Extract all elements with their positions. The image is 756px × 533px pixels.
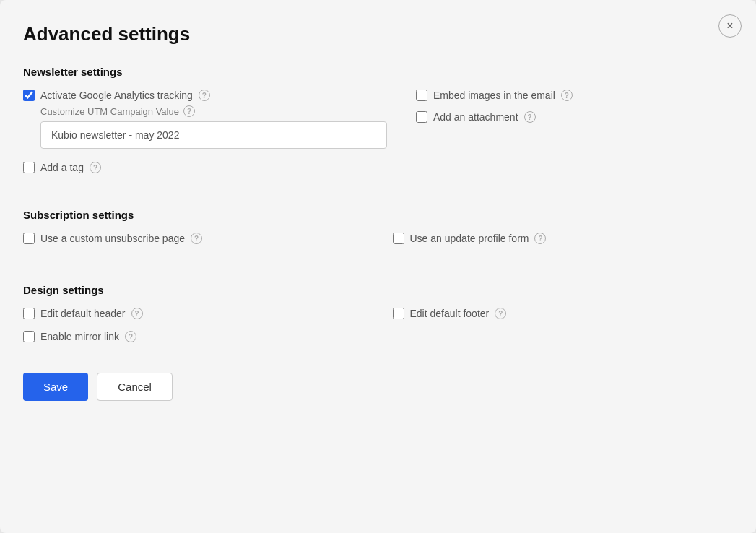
edit-footer-help-icon[interactable]: ? — [495, 308, 506, 319]
embed-images-label[interactable]: Embed images in the email ? — [433, 90, 573, 101]
modal-title: Advanced settings — [23, 23, 733, 46]
activate-ga-label[interactable]: Activate Google Analytics tracking ? — [40, 90, 210, 101]
checkbox-row-activate-ga: Activate Google Analytics tracking ? — [23, 90, 387, 101]
update-profile-label[interactable]: Use an update profile form ? — [410, 233, 547, 244]
design-two-col: Edit default header ? Enable mirror link… — [23, 308, 733, 347]
advanced-settings-modal: × Advanced settings Newsletter settings … — [0, 0, 756, 533]
custom-unsubscribe-label[interactable]: Use a custom unsubscribe page ? — [40, 233, 202, 244]
checkbox-row-custom-unsubscribe: Use a custom unsubscribe page ? — [23, 233, 364, 244]
cancel-button[interactable]: Cancel — [97, 373, 173, 401]
design-section: Design settings Edit default header ? En… — [23, 284, 733, 347]
divider-1 — [23, 194, 733, 194]
add-attachment-help-icon[interactable]: ? — [524, 111, 536, 123]
subscription-section: Subscription settings Use a custom unsub… — [23, 209, 733, 248]
utm-label: Customize UTM Campaign Value ? — [40, 105, 387, 117]
activate-ga-checkbox[interactable] — [23, 90, 35, 101]
checkbox-row-update-profile: Use an update profile form ? — [393, 233, 734, 244]
checkbox-row-add-attachment: Add an attachment ? — [416, 111, 733, 123]
checkbox-row-add-tag: Add a tag ? — [23, 162, 733, 173]
add-tag-help-icon[interactable]: ? — [90, 162, 101, 173]
newsletter-section: Newsletter settings Activate Google Anal… — [23, 66, 733, 173]
save-button[interactable]: Save — [23, 373, 88, 401]
add-tag-checkbox[interactable] — [23, 162, 35, 173]
edit-footer-checkbox[interactable] — [393, 308, 404, 319]
newsletter-section-title: Newsletter settings — [23, 66, 733, 78]
subscription-right-col: Use an update profile form ? — [393, 233, 734, 248]
mirror-link-help-icon[interactable]: ? — [125, 331, 136, 342]
newsletter-left-col: Activate Google Analytics tracking ? Cus… — [23, 90, 387, 149]
close-button[interactable]: × — [718, 14, 742, 38]
footer-actions: Save Cancel — [23, 373, 733, 401]
activate-ga-help-icon[interactable]: ? — [199, 90, 210, 101]
checkbox-row-edit-header: Edit default header ? — [23, 308, 364, 319]
add-tag-label[interactable]: Add a tag ? — [40, 162, 101, 173]
utm-help-icon[interactable]: ? — [183, 105, 195, 117]
mirror-link-label[interactable]: Enable mirror link ? — [40, 331, 136, 342]
design-right-col: Edit default footer ? — [393, 308, 734, 347]
mirror-link-checkbox[interactable] — [23, 331, 35, 342]
edit-header-help-icon[interactable]: ? — [131, 308, 143, 319]
newsletter-two-col: Activate Google Analytics tracking ? Cus… — [23, 90, 733, 149]
subscription-two-col: Use a custom unsubscribe page ? Use an u… — [23, 233, 733, 248]
embed-images-help-icon[interactable]: ? — [561, 90, 573, 101]
divider-2 — [23, 269, 733, 269]
add-attachment-label[interactable]: Add an attachment ? — [433, 111, 536, 123]
design-section-title: Design settings — [23, 284, 733, 296]
edit-header-checkbox[interactable] — [23, 308, 35, 319]
newsletter-right-col: Embed images in the email ? Add an attac… — [416, 90, 733, 149]
custom-unsubscribe-help-icon[interactable]: ? — [191, 233, 202, 244]
subscription-left-col: Use a custom unsubscribe page ? — [23, 233, 364, 248]
edit-header-label[interactable]: Edit default header ? — [40, 308, 143, 319]
design-left-col: Edit default header ? Enable mirror link… — [23, 308, 364, 347]
checkbox-row-embed-images: Embed images in the email ? — [416, 90, 733, 101]
checkbox-row-mirror-link: Enable mirror link ? — [23, 331, 364, 342]
update-profile-checkbox[interactable] — [393, 233, 404, 244]
subscription-section-title: Subscription settings — [23, 209, 733, 221]
utm-input[interactable] — [40, 121, 387, 149]
edit-footer-label[interactable]: Edit default footer ? — [410, 308, 507, 319]
update-profile-help-icon[interactable]: ? — [534, 233, 546, 244]
add-attachment-checkbox[interactable] — [416, 111, 427, 123]
checkbox-row-edit-footer: Edit default footer ? — [393, 308, 734, 319]
custom-unsubscribe-checkbox[interactable] — [23, 233, 35, 244]
close-icon: × — [726, 20, 733, 32]
embed-images-checkbox[interactable] — [416, 90, 427, 101]
